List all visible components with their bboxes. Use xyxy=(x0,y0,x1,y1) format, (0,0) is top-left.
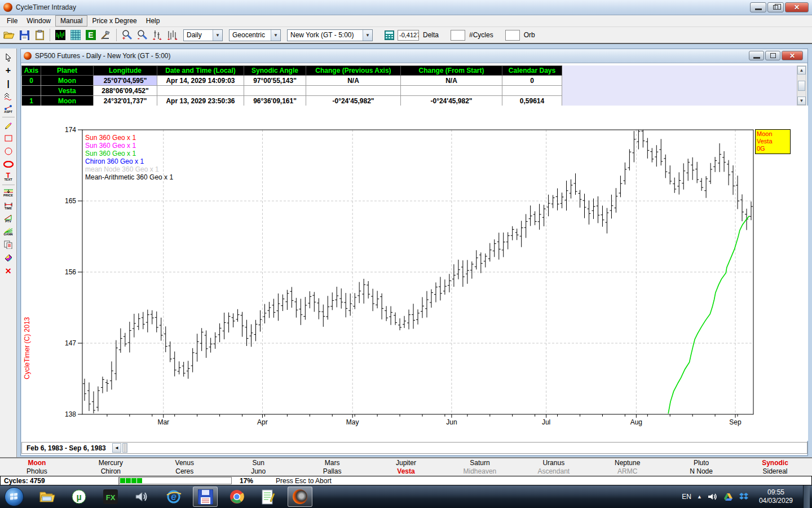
col-longitude[interactable]: Longitude xyxy=(94,66,157,76)
table-scrollbar[interactable]: ▲ ▼ xyxy=(797,65,806,106)
show-desktop-button[interactable] xyxy=(803,485,810,508)
taskbar-floppy-save[interactable] xyxy=(193,487,218,507)
x-month-label: Jun xyxy=(446,418,457,426)
ellipse-tool-button[interactable] xyxy=(1,157,16,170)
orb-input[interactable] xyxy=(505,30,520,41)
gann-tool-button[interactable]: GANN xyxy=(1,225,16,238)
tools-button[interactable] xyxy=(99,28,113,42)
open-button[interactable] xyxy=(2,28,16,42)
tray-speaker-icon[interactable] xyxy=(708,492,718,501)
scrollbar-thumb[interactable] xyxy=(798,81,805,91)
grid-view-button[interactable] xyxy=(69,28,82,42)
scroll-left-icon[interactable]: ◄ xyxy=(112,443,121,453)
menu-window[interactable]: Window xyxy=(22,16,55,26)
planet-column-uranus[interactable]: UranusAscendant xyxy=(517,458,590,476)
col-synodic[interactable]: Synodic Angle xyxy=(244,66,306,76)
circle-tool-button[interactable] xyxy=(1,144,16,157)
planet-column-mercury[interactable]: MercuryChiron xyxy=(74,458,148,476)
waves-tool-button[interactable] xyxy=(1,90,16,103)
tray-dropbox-icon[interactable] xyxy=(739,492,749,501)
planet-column-jupiter[interactable]: JupiterVesta xyxy=(369,458,443,476)
taskbar-chrome[interactable] xyxy=(224,487,249,507)
minimize-button[interactable] xyxy=(750,2,766,12)
zoom-in-button[interactable]: + xyxy=(120,28,134,42)
period-dropdown[interactable]: Daily ▼ xyxy=(183,29,223,41)
chart-area[interactable]: 138147156165174MarAprMayJunJulAugSepSun … xyxy=(21,106,808,441)
clipboard-button[interactable] xyxy=(33,28,46,42)
table-row[interactable]: 0 Moon 25°07'04,595" Apr 14, 2029 14:09:… xyxy=(22,76,562,86)
legend-entry: Mean-Arithmetic 360 Geo x 1 xyxy=(85,173,173,181)
taskbar-volume-mixer[interactable] xyxy=(130,487,155,507)
multi-bars-button[interactable]: ++ xyxy=(166,28,179,42)
scroll-down-icon[interactable]: ▼ xyxy=(797,97,806,105)
ptv-tool-button[interactable]: PTV xyxy=(1,212,16,225)
taskbar-cycletimer[interactable] xyxy=(288,487,312,507)
rectangle-tool-button[interactable] xyxy=(1,132,16,144)
planet-column-sun[interactable]: SunJuno xyxy=(222,458,295,476)
col-datetime[interactable]: Date and Time (Local) xyxy=(157,66,244,76)
taskbar-notepad[interactable] xyxy=(256,487,281,507)
taskbar-fx-tool[interactable]: FX xyxy=(98,487,123,507)
calculator-button[interactable] xyxy=(382,28,396,42)
ephemeris-button[interactable]: E xyxy=(84,28,98,42)
tray-clock[interactable]: 09:55 04/03/2029 xyxy=(754,488,797,505)
taskbar-explorer[interactable] xyxy=(35,487,60,507)
child-close-button[interactable]: ✕ xyxy=(782,51,803,60)
child-maximize-button[interactable] xyxy=(765,51,780,60)
aspect-tool-button[interactable]: ASPT xyxy=(1,103,16,116)
menu-manual[interactable]: Manual xyxy=(55,15,87,27)
vertical-line-tool-button[interactable]: | xyxy=(1,77,16,90)
zoom-out-button[interactable]: - xyxy=(135,28,149,42)
chart-view-button[interactable] xyxy=(54,28,67,42)
child-minimize-button[interactable] xyxy=(749,51,764,60)
book-tool-button[interactable] xyxy=(1,251,16,264)
table-row[interactable]: Vesta 288°06'09,452" xyxy=(22,86,562,96)
price-tool-button[interactable]: PRICE xyxy=(1,186,16,199)
delete-tool-button[interactable]: ✕ xyxy=(1,264,16,277)
copy-tool-button[interactable] xyxy=(1,238,16,251)
chart-window-title-bar[interactable]: SP500 Futures - Daily - New York (GT - 5… xyxy=(21,49,807,63)
time-tool-button[interactable]: TIME xyxy=(1,199,16,212)
calendar-days-cell: 0,59614 xyxy=(502,96,562,106)
tray-gdrive-icon[interactable] xyxy=(723,493,733,501)
range-scrollbar-thumb[interactable] xyxy=(122,443,127,453)
pointer-tool-button[interactable] xyxy=(1,51,16,64)
tray-expand-icon[interactable]: ▲ xyxy=(697,494,702,500)
menu-help[interactable]: Help xyxy=(142,16,165,26)
planet-column-neptune[interactable]: NeptuneARMC xyxy=(590,458,664,476)
col-axis[interactable]: Axis xyxy=(22,66,41,76)
col-change-prev[interactable]: Change (Previous Axis) xyxy=(306,66,401,76)
col-change-start[interactable]: Change (From Start) xyxy=(401,66,502,76)
planet-column-pluto[interactable]: PlutoN Node xyxy=(664,458,738,476)
calculator-icon xyxy=(385,30,394,40)
scroll-up-icon[interactable]: ▲ xyxy=(797,66,806,75)
system-dropdown[interactable]: Geocentric ▼ xyxy=(229,29,281,41)
menu-file[interactable]: File xyxy=(2,16,22,26)
restore-button[interactable] xyxy=(767,2,784,12)
language-indicator[interactable]: EN xyxy=(682,493,691,501)
col-calendar-days[interactable]: Calendar Days xyxy=(502,66,562,76)
planet-column-moon[interactable]: MoonPholus xyxy=(0,458,74,476)
planet-column-synodic[interactable]: SynodicSidereal xyxy=(738,458,812,476)
col-planet[interactable]: Planet xyxy=(41,66,94,76)
save-button[interactable] xyxy=(17,28,31,42)
close-button[interactable]: ✕ xyxy=(785,2,809,12)
planet-column-saturn[interactable]: SaturnMidheaven xyxy=(443,458,517,476)
menu-price-x-degree[interactable]: Price x Degree xyxy=(87,16,141,26)
title-bar[interactable]: CycleTimer Intraday ✕ xyxy=(0,0,812,15)
crosshair-tool-button[interactable]: + xyxy=(1,64,16,77)
add-bars-button[interactable]: ++ xyxy=(151,28,164,42)
taskbar-internet-explorer[interactable]: e xyxy=(161,487,186,507)
close-icon: ✕ xyxy=(789,52,795,60)
timezone-dropdown[interactable]: New York (GT - 5:00) ▼ xyxy=(287,29,373,41)
pencil-tool-button[interactable] xyxy=(1,119,16,132)
svg-text:+: + xyxy=(159,37,162,41)
planet-column-venus[interactable]: VenusCeres xyxy=(148,458,222,476)
table-row[interactable]: 1 Moon 24°32'01,737" Apr 13, 2029 23:50:… xyxy=(22,96,562,106)
taskbar-utorrent[interactable]: µ xyxy=(67,487,91,507)
cycles-input[interactable] xyxy=(451,30,465,41)
delta-input[interactable]: -0,4127 xyxy=(398,30,419,41)
start-button[interactable] xyxy=(5,487,24,506)
text-tool-button[interactable]: T TEXT xyxy=(1,170,16,183)
planet-column-mars[interactable]: MarsPallas xyxy=(295,458,369,476)
